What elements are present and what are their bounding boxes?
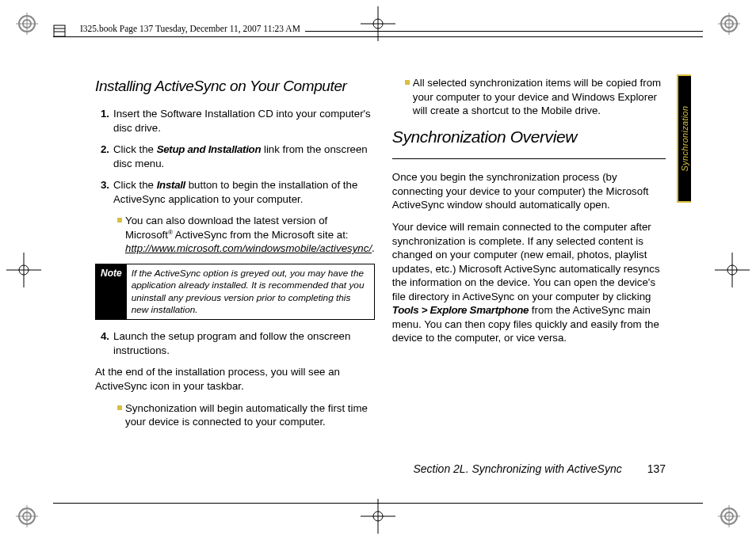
crop-cross-icon	[715, 253, 750, 287]
reg-mark-icon	[16, 13, 38, 35]
footer-page-number: 137	[647, 462, 666, 475]
body-paragraph: Your device will remain connected to the…	[392, 220, 666, 345]
sub-bullet: All selected synchronization items will …	[405, 76, 666, 118]
section-heading-overview: Synchronization Overview	[392, 126, 666, 148]
right-column: All selected synchronization items will …	[392, 76, 666, 437]
menu-path-label: Tools > Explore Smartphone	[392, 304, 529, 316]
body-paragraph: Once you begin the synchronization proce…	[392, 170, 666, 212]
crop-cross-icon	[361, 499, 395, 534]
list-item: 2. Click the Setup and Installation link…	[95, 143, 375, 170]
crop-cross-icon	[6, 253, 41, 287]
svg-rect-28	[54, 25, 65, 36]
reg-mark-icon	[718, 505, 740, 527]
section-heading-install: Installing ActiveSync on Your Computer	[95, 76, 375, 96]
left-column: Installing ActiveSync on Your Computer 1…	[95, 76, 375, 437]
body-paragraph: At the end of the installation process, …	[95, 365, 375, 393]
footer-section: Section 2L. Synchronizing with ActiveSyn…	[413, 462, 621, 475]
list-item: 4. Launch the setup program and follow t…	[95, 329, 375, 357]
book-icon	[53, 25, 66, 37]
heading-rule	[392, 158, 666, 159]
page-footer: Section 2L. Synchronizing with ActiveSyn…	[95, 462, 666, 475]
menu-link-label: Setup and Installation	[157, 143, 262, 155]
install-button-label: Install	[157, 179, 185, 191]
sub-bullet: You can also download the latest version…	[117, 214, 375, 256]
side-tab-label: Synchronization	[680, 106, 689, 172]
sub-bullet: Synchonization will begin automatically …	[117, 401, 375, 429]
activesync-url: http://www.microsoft.com/windowsmobile/a…	[125, 242, 372, 254]
bullet-square-icon	[117, 405, 122, 410]
bullet-square-icon	[117, 218, 122, 222]
section-side-tab: Synchronization	[677, 74, 691, 203]
note-box: Note If the ActiveSync option is greyed …	[95, 264, 375, 320]
top-rule	[53, 36, 703, 37]
reg-mark-icon	[718, 13, 740, 35]
list-item: 3. Click the Install button to begin the…	[95, 178, 375, 206]
bullet-square-icon	[405, 80, 410, 85]
note-label: Note	[96, 264, 127, 319]
list-item: 1. Insert the Software Installation CD i…	[95, 107, 375, 135]
reg-mark-icon	[16, 505, 38, 527]
bottom-rule	[53, 503, 703, 504]
note-text: If the ActiveSync option is greyed out, …	[127, 264, 374, 319]
